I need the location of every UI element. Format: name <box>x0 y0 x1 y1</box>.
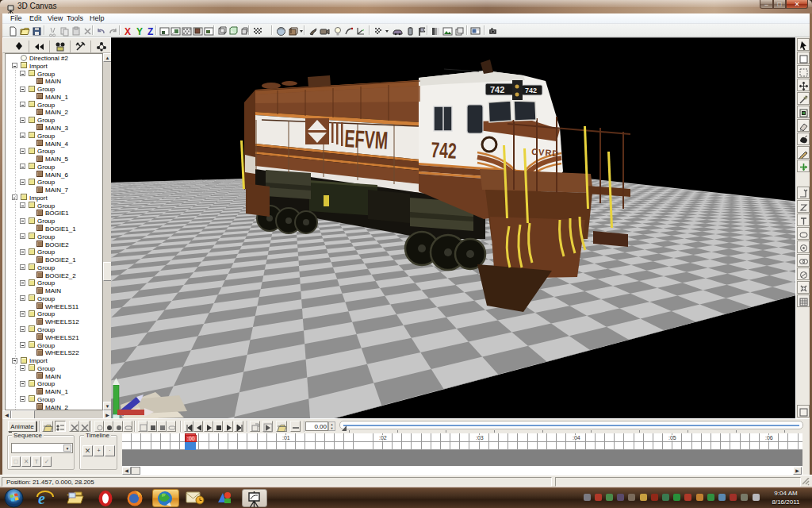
svg-text:742: 742 <box>490 85 504 94</box>
svg-text:Y: Y <box>136 26 143 37</box>
svg-text:CVRD: CVRD <box>531 147 560 158</box>
svg-text:742: 742 <box>525 87 537 94</box>
svg-text:Z: Z <box>147 26 153 37</box>
svg-text:742: 742 <box>431 137 458 164</box>
svg-text:X: X <box>124 26 131 37</box>
svg-text:EFVM: EFVM <box>344 124 389 155</box>
